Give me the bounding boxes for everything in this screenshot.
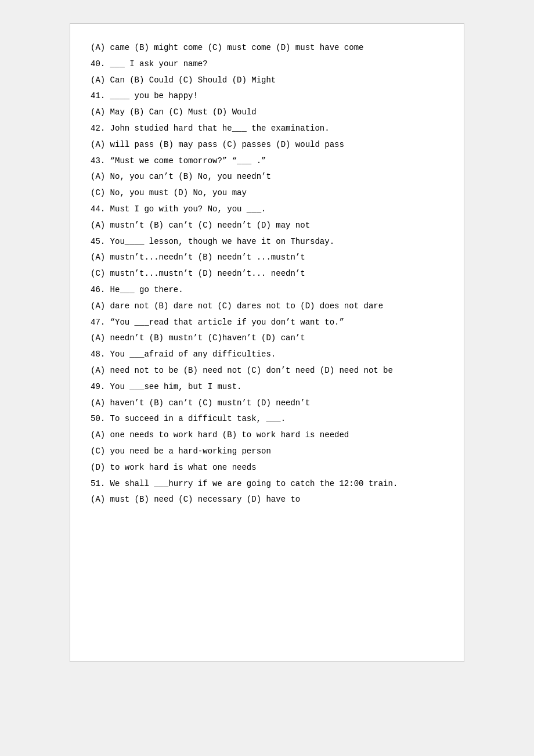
answer-line: (C) you need be a hard-working person [91, 445, 443, 459]
answer-line: (D) to work hard is what one needs [91, 461, 443, 475]
answer-line: (C) mustn’t...mustn’t (D) needn’t... nee… [91, 267, 443, 281]
question-line: 51. We shall ___hurry if we are going to… [91, 477, 443, 491]
answer-line: (A) will pass (B) may pass (C) passes (D… [91, 138, 443, 152]
question-line: 43. “Must we come tomorrow?” “___ .” [91, 154, 443, 168]
answer-line: (A) May (B) Can (C) Must (D) Would [91, 106, 443, 120]
content-area: (A) came (B) might come (C) must come (D… [91, 41, 443, 507]
question-line: 45. You____ lesson, though we have it on… [91, 235, 443, 249]
answer-line: (A) one needs to work hard (B) to work h… [91, 429, 443, 442]
question-line: 46. He___ go there. [91, 283, 443, 297]
answer-line: (A) needn’t (B) mustn’t (C)haven’t (D) c… [91, 332, 443, 345]
answer-line: (A) dare not (B) dare not (C) dares not … [91, 300, 443, 314]
answer-line: (A) came (B) might come (C) must come (D… [91, 41, 443, 55]
answer-line: (A) need not to be (B) need not (C) don’… [91, 364, 443, 378]
question-line: 48. You ___afraid of any difficulties. [91, 348, 443, 362]
answer-line: (A) mustn’t...needn’t (B) needn’t ...mus… [91, 251, 443, 265]
answer-line: (A) mustn’t (B) can’t (C) needn’t (D) ma… [91, 219, 443, 233]
question-line: 47. “You ___read that article if you don… [91, 316, 443, 330]
question-line: 49. You ___see him, but I must. [91, 380, 443, 394]
answer-line: (A) No, you can’t (B) No, you needn’t [91, 170, 443, 184]
question-line: 42. John studied hard that he___ the exa… [91, 122, 443, 136]
answer-line: (A) Can (B) Could (C) Should (D) Might [91, 74, 443, 88]
answer-line: (A) must (B) need (C) necessary (D) have… [91, 493, 443, 507]
answer-line: (C) No, you must (D) No, you may [91, 186, 443, 200]
question-line: 40. ___ I ask your name? [91, 57, 443, 71]
question-line: 44. Must I go with you? No, you ___. [91, 203, 443, 217]
page-container: (A) came (B) might come (C) must come (D… [70, 23, 464, 662]
question-line: 50. To succeed in a difficult task, ___. [91, 412, 443, 426]
answer-line: (A) haven’t (B) can’t (C) mustn’t (D) ne… [91, 397, 443, 411]
question-line: 41. ____ you be happy! [91, 89, 443, 103]
